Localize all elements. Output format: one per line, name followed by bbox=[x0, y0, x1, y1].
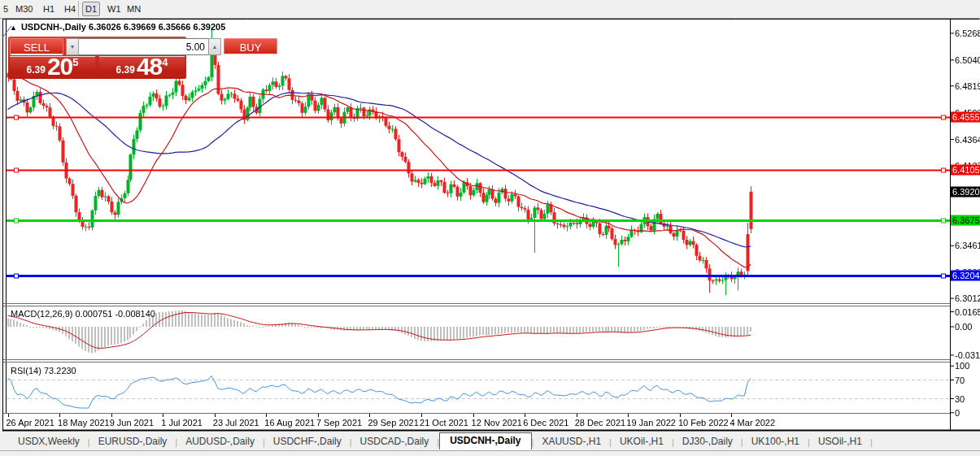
macd-axis-tick: 0.01658 bbox=[955, 307, 980, 317]
level-price-label: 6.41052 bbox=[951, 165, 980, 176]
buy-price-box[interactable]: 6.39 48 4 bbox=[99, 56, 185, 77]
date-axis-label: 18 May 2021 bbox=[58, 418, 110, 428]
chart-arrow-icon: ▲ bbox=[10, 24, 17, 32]
timeframe-button-h1[interactable]: H1 bbox=[41, 2, 57, 15]
date-axis-label: 16 Aug 2021 bbox=[264, 418, 315, 428]
price-axis-tick: 6.48195 bbox=[955, 81, 980, 91]
price-axis-tick: 6.52680 bbox=[955, 28, 980, 38]
date-axis-label: 23 Jul 2021 bbox=[213, 418, 259, 428]
status-strip bbox=[0, 450, 980, 456]
chart-tab-bar: USDX,Weekly|EURUSD-,Daily|AUDUSD-,Daily|… bbox=[0, 433, 980, 449]
price-axis-tick: 6.34610 bbox=[955, 241, 980, 250]
toolbar-separator bbox=[78, 1, 79, 17]
rsi-label: RSI(14) 73.2230 bbox=[11, 366, 76, 376]
tab-usdcad-daily[interactable]: USDCAD-,Daily bbox=[352, 434, 438, 449]
tab-xauusd-h1[interactable]: XAUUSD-,H1 bbox=[534, 434, 609, 449]
tab-separator: | bbox=[870, 437, 873, 449]
sell-price-box[interactable]: 6.39 20 5 bbox=[10, 56, 95, 77]
rsi-axis-tick: 0 bbox=[955, 408, 960, 418]
macd-values: 0.000751 -0.008140 bbox=[75, 309, 155, 319]
tab-audusd-daily[interactable]: AUDUSD-,Daily bbox=[177, 434, 263, 449]
date-axis-label: 7 Sep 2021 bbox=[316, 418, 362, 428]
chart-symbol-label: USDCNH-,Daily bbox=[21, 22, 86, 32]
price-axis-tick: 6.43645 bbox=[955, 135, 980, 145]
date-axis-label: 19 Jan 2022 bbox=[626, 418, 676, 428]
macd-name: MACD(12,26,9) bbox=[11, 309, 72, 319]
rsi-axis-tick: 30 bbox=[955, 394, 965, 404]
date-axis-label: 10 Feb 2022 bbox=[678, 418, 729, 428]
sell-price-base: 6.39 bbox=[27, 64, 46, 76]
tab-dj30-daily[interactable]: DJ30-,Daily bbox=[674, 434, 741, 449]
date-axis-label: 4 Mar 2022 bbox=[730, 418, 775, 428]
buy-button[interactable]: BUY bbox=[224, 38, 277, 55]
timeframe-button-h4[interactable]: H4 bbox=[62, 2, 78, 15]
timeframe-button-5[interactable]: 5 bbox=[1, 2, 11, 15]
chart-ohlc-values: 6.36026 6.39669 6.35666 6.39205 bbox=[89, 22, 225, 32]
macd-axis-tick: 0.00 bbox=[955, 322, 972, 332]
date-axis-label: 21 Oct 2021 bbox=[420, 418, 468, 428]
price-axis-tick: 6.30125 bbox=[955, 293, 980, 303]
timeframe-button-d1[interactable]: D1 bbox=[82, 2, 100, 16]
timeframe-button-mn[interactable]: MN bbox=[124, 2, 143, 15]
tab-usdchf-daily[interactable]: USDCHF-,Daily bbox=[265, 434, 350, 449]
macd-label: MACD(12,26,9) 0.000751 -0.008140 bbox=[11, 309, 155, 319]
chart-title: ▲USDCNH-,Daily 6.36026 6.39669 6.35666 6… bbox=[10, 22, 225, 32]
level-price-label: 6.45555 bbox=[951, 111, 980, 122]
rsi-axis-tick: 100 bbox=[955, 361, 969, 371]
date-axis-label: 26 Apr 2021 bbox=[7, 418, 54, 428]
rsi-value: 73.2230 bbox=[44, 366, 76, 376]
tab-uk100-h1[interactable]: UK100-,H1 bbox=[743, 434, 808, 449]
sell-price-big: 20 bbox=[47, 57, 72, 76]
macd-axis-tick: -0.03142 bbox=[955, 350, 980, 360]
sell-price-sup: 5 bbox=[72, 56, 78, 68]
timeframe-toolbar: 5M30H1H4D1W1MN bbox=[0, 0, 980, 19]
price-axis-tick: 6.50405 bbox=[955, 55, 980, 65]
one-click-trade-panel: SELL ▼ ▲ BUY 6.39 20 5 6.39 48 4 bbox=[8, 37, 186, 79]
current-price-label: 6.39205 bbox=[951, 186, 980, 197]
rsi-name: RSI(14) bbox=[11, 366, 41, 376]
date-axis-label: 9 Jun 2021 bbox=[110, 418, 154, 428]
date-axis-label: 1 Jul 2021 bbox=[161, 418, 203, 428]
buy-price-sup: 4 bbox=[162, 56, 168, 68]
buy-price-base: 6.39 bbox=[116, 64, 135, 76]
level-price-label: 6.32045 bbox=[951, 271, 980, 281]
tab-ukoil-h1[interactable]: UKOil-,H1 bbox=[612, 434, 672, 449]
tab-usdx-weekly[interactable]: USDX,Weekly bbox=[10, 434, 88, 449]
level-price-label: 6.36753 bbox=[951, 215, 980, 226]
tab-usdcnh-daily[interactable]: USDCNH-,Daily bbox=[439, 432, 531, 449]
timeframe-button-w1[interactable]: W1 bbox=[105, 2, 124, 15]
rsi-axis-tick: 70 bbox=[955, 376, 965, 385]
tab-usoil-h1[interactable]: USOil-,H1 bbox=[810, 434, 870, 449]
tab-eurusd-daily[interactable]: EURUSD-,Daily bbox=[90, 434, 176, 449]
date-axis-label: 28 Dec 2021 bbox=[575, 418, 625, 428]
volume-increase-button[interactable]: ▲ bbox=[208, 38, 221, 55]
timeframe-button-m30[interactable]: M30 bbox=[13, 2, 35, 15]
date-axis-label: 12 Nov 2021 bbox=[472, 418, 522, 428]
date-axis-label: 6 Dec 2021 bbox=[523, 418, 568, 428]
buy-price-big: 48 bbox=[137, 57, 162, 76]
date-axis-label: 29 Sep 2021 bbox=[368, 418, 418, 428]
